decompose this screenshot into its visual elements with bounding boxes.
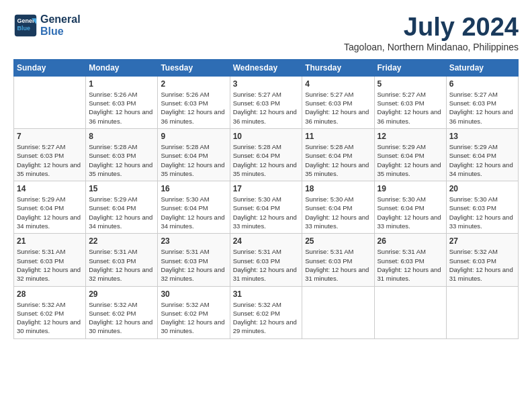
calendar-cell: 11Sunrise: 5:28 AMSunset: 6:04 PMDayligh…	[302, 128, 374, 181]
logo: General Blue General Blue	[13, 13, 81, 38]
calendar-cell: 24Sunrise: 5:31 AMSunset: 6:03 PMDayligh…	[230, 234, 302, 286]
day-number: 4	[305, 79, 371, 89]
day-info: Sunrise: 5:26 AMSunset: 6:03 PMDaylight:…	[89, 90, 154, 126]
day-info: Sunrise: 5:30 AMSunset: 6:04 PMDaylight:…	[233, 195, 300, 230]
calendar-cell: 15Sunrise: 5:29 AMSunset: 6:04 PMDayligh…	[86, 181, 158, 234]
calendar-cell: 2Sunrise: 5:26 AMSunset: 6:03 PMDaylight…	[158, 76, 230, 128]
location: Tagoloan, Northern Mindanao, Philippines	[344, 42, 519, 52]
day-number: 25	[305, 236, 371, 246]
logo-icon: General Blue	[13, 13, 38, 38]
day-number: 29	[89, 289, 154, 299]
calendar-cell: 7Sunrise: 5:27 AMSunset: 6:03 PMDaylight…	[14, 128, 86, 181]
calendar-cell	[446, 286, 518, 338]
day-number: 28	[17, 289, 83, 299]
calendar-cell: 12Sunrise: 5:29 AMSunset: 6:04 PMDayligh…	[374, 128, 446, 181]
calendar-cell: 3Sunrise: 5:27 AMSunset: 6:03 PMDaylight…	[230, 76, 302, 128]
day-info: Sunrise: 5:27 AMSunset: 6:03 PMDaylight:…	[378, 90, 443, 126]
day-number: 11	[305, 132, 371, 141]
day-number: 17	[233, 184, 300, 193]
day-info: Sunrise: 5:32 AMSunset: 6:03 PMDaylight:…	[449, 247, 515, 283]
calendar-cell	[14, 76, 86, 128]
weekday-header-wednesday: Wednesday	[230, 59, 302, 76]
day-number: 22	[89, 236, 154, 246]
day-info: Sunrise: 5:28 AMSunset: 6:04 PMDaylight:…	[233, 142, 300, 178]
calendar-cell: 10Sunrise: 5:28 AMSunset: 6:04 PMDayligh…	[230, 128, 302, 181]
day-number: 5	[378, 79, 443, 89]
calendar-table: SundayMondayTuesdayWednesdayThursdayFrid…	[13, 59, 519, 339]
day-info: Sunrise: 5:32 AMSunset: 6:02 PMDaylight:…	[89, 300, 154, 336]
day-number: 12	[378, 132, 443, 141]
day-number: 9	[161, 132, 226, 141]
month-title: July 2024	[344, 13, 519, 42]
day-info: Sunrise: 5:28 AMSunset: 6:04 PMDaylight:…	[161, 142, 226, 178]
day-number: 6	[449, 79, 515, 89]
day-info: Sunrise: 5:29 AMSunset: 6:04 PMDaylight:…	[378, 142, 443, 178]
calendar-cell: 26Sunrise: 5:31 AMSunset: 6:03 PMDayligh…	[374, 234, 446, 286]
day-info: Sunrise: 5:27 AMSunset: 6:03 PMDaylight:…	[17, 142, 83, 178]
calendar-cell: 14Sunrise: 5:29 AMSunset: 6:04 PMDayligh…	[14, 181, 86, 234]
calendar-cell	[374, 286, 446, 338]
day-info: Sunrise: 5:32 AMSunset: 6:02 PMDaylight:…	[233, 300, 300, 336]
day-info: Sunrise: 5:28 AMSunset: 6:04 PMDaylight:…	[305, 142, 371, 178]
page-header: General Blue General Blue July 2024 Tago…	[13, 13, 519, 52]
calendar-cell: 19Sunrise: 5:30 AMSunset: 6:04 PMDayligh…	[374, 181, 446, 234]
calendar-cell: 16Sunrise: 5:30 AMSunset: 6:04 PMDayligh…	[158, 181, 230, 234]
day-number: 31	[233, 289, 300, 299]
day-number: 1	[89, 79, 154, 89]
calendar-cell: 31Sunrise: 5:32 AMSunset: 6:02 PMDayligh…	[230, 286, 302, 338]
calendar-cell: 6Sunrise: 5:27 AMSunset: 6:03 PMDaylight…	[446, 76, 518, 128]
day-info: Sunrise: 5:26 AMSunset: 6:03 PMDaylight:…	[161, 90, 226, 126]
day-info: Sunrise: 5:27 AMSunset: 6:03 PMDaylight:…	[233, 90, 300, 126]
day-number: 3	[233, 79, 300, 89]
calendar-cell	[302, 286, 374, 338]
calendar-cell: 4Sunrise: 5:27 AMSunset: 6:03 PMDaylight…	[302, 76, 374, 128]
calendar-cell: 21Sunrise: 5:31 AMSunset: 6:03 PMDayligh…	[14, 234, 86, 286]
day-number: 8	[89, 132, 154, 141]
day-number: 19	[378, 184, 443, 193]
calendar-cell: 25Sunrise: 5:31 AMSunset: 6:03 PMDayligh…	[302, 234, 374, 286]
day-info: Sunrise: 5:31 AMSunset: 6:03 PMDaylight:…	[305, 247, 371, 283]
logo-text: General Blue	[40, 13, 81, 38]
day-number: 13	[449, 132, 515, 141]
day-number: 2	[161, 79, 226, 89]
calendar-cell: 30Sunrise: 5:32 AMSunset: 6:02 PMDayligh…	[158, 286, 230, 338]
day-number: 27	[449, 236, 515, 246]
day-number: 21	[17, 236, 83, 246]
day-info: Sunrise: 5:30 AMSunset: 6:04 PMDaylight:…	[378, 195, 443, 230]
calendar-cell: 8Sunrise: 5:28 AMSunset: 6:03 PMDaylight…	[86, 128, 158, 181]
day-info: Sunrise: 5:28 AMSunset: 6:03 PMDaylight:…	[89, 142, 154, 178]
day-info: Sunrise: 5:29 AMSunset: 6:04 PMDaylight:…	[17, 195, 83, 230]
day-info: Sunrise: 5:31 AMSunset: 6:03 PMDaylight:…	[378, 247, 443, 283]
day-number: 26	[378, 236, 443, 246]
calendar-cell: 5Sunrise: 5:27 AMSunset: 6:03 PMDaylight…	[374, 76, 446, 128]
svg-text:Blue: Blue	[17, 25, 30, 32]
day-info: Sunrise: 5:31 AMSunset: 6:03 PMDaylight:…	[89, 247, 154, 283]
day-number: 10	[233, 132, 300, 141]
calendar-cell: 22Sunrise: 5:31 AMSunset: 6:03 PMDayligh…	[86, 234, 158, 286]
calendar-cell: 1Sunrise: 5:26 AMSunset: 6:03 PMDaylight…	[86, 76, 158, 128]
day-info: Sunrise: 5:29 AMSunset: 6:04 PMDaylight:…	[449, 142, 515, 178]
day-number: 24	[233, 236, 300, 246]
day-number: 14	[17, 184, 83, 193]
day-info: Sunrise: 5:31 AMSunset: 6:03 PMDaylight:…	[17, 247, 83, 283]
day-info: Sunrise: 5:31 AMSunset: 6:03 PMDaylight:…	[161, 247, 226, 283]
day-info: Sunrise: 5:30 AMSunset: 6:04 PMDaylight:…	[305, 195, 371, 230]
weekday-header-tuesday: Tuesday	[158, 59, 230, 76]
day-info: Sunrise: 5:30 AMSunset: 6:03 PMDaylight:…	[449, 195, 515, 230]
calendar-cell: 13Sunrise: 5:29 AMSunset: 6:04 PMDayligh…	[446, 128, 518, 181]
weekday-header-saturday: Saturday	[446, 59, 518, 76]
day-number: 15	[89, 184, 154, 193]
calendar-cell: 20Sunrise: 5:30 AMSunset: 6:03 PMDayligh…	[446, 181, 518, 234]
title-block: July 2024 Tagoloan, Northern Mindanao, P…	[344, 13, 519, 52]
day-info: Sunrise: 5:32 AMSunset: 6:02 PMDaylight:…	[161, 300, 226, 336]
weekday-header-sunday: Sunday	[14, 59, 86, 76]
calendar-cell: 18Sunrise: 5:30 AMSunset: 6:04 PMDayligh…	[302, 181, 374, 234]
weekday-header-friday: Friday	[374, 59, 446, 76]
day-number: 18	[305, 184, 371, 193]
calendar-cell: 29Sunrise: 5:32 AMSunset: 6:02 PMDayligh…	[86, 286, 158, 338]
calendar-cell: 27Sunrise: 5:32 AMSunset: 6:03 PMDayligh…	[446, 234, 518, 286]
calendar-cell: 9Sunrise: 5:28 AMSunset: 6:04 PMDaylight…	[158, 128, 230, 181]
day-number: 20	[449, 184, 515, 193]
day-info: Sunrise: 5:27 AMSunset: 6:03 PMDaylight:…	[449, 90, 515, 126]
day-info: Sunrise: 5:27 AMSunset: 6:03 PMDaylight:…	[305, 90, 371, 126]
